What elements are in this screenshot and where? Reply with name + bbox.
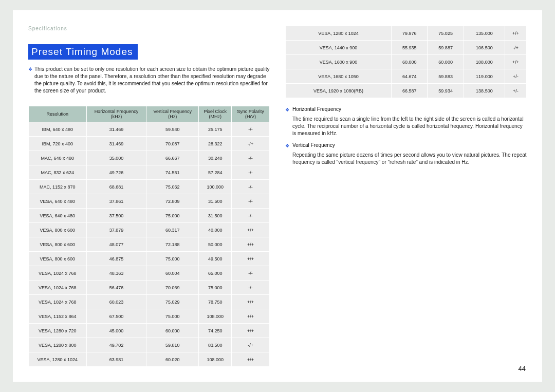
table-cell: +/+ [232,295,269,309]
table-cell: MAC, 1152 x 870 [29,180,86,194]
table-cell: -/- [232,209,269,222]
table-cell: VESA, 800 x 600 [29,223,86,237]
table-cell: 75.000 [146,309,198,323]
timing-table-right: VESA, 1280 x 102479.97675.025135.000+/+V… [285,26,527,98]
table-cell: 35.000 [87,151,146,165]
table-cell: 66.587 [392,84,427,98]
table-cell: 138.500 [464,84,505,98]
table-cell: 60.000 [146,324,198,338]
table-cell: 64.674 [392,69,427,83]
page: Specifications Preset Timing Modes ❖ Thi… [13,10,542,382]
table-cell: VESA, 1440 x 900 [286,41,391,54]
table-cell: 56.476 [87,281,146,294]
table-cell: -/+ [232,338,269,352]
table-cell: 68.681 [87,180,146,194]
table-cell: 74.551 [146,165,198,179]
intro-text: This product can be set to only one reso… [34,66,270,95]
table-cell: 37.500 [87,209,146,222]
table-cell: VESA, 640 x 480 [29,194,86,208]
table-row: VESA, 1440 x 90055.93559.887106.500-/+ [286,41,526,54]
table-cell: 48.363 [87,266,146,280]
table-row: VESA, 1280 x 102463.98160.020108.000+/+ [29,352,269,366]
table-cell: 60.004 [146,266,198,280]
table-cell: 55.935 [392,41,427,54]
table-cell: 50.000 [199,237,231,251]
table-cell: 31.500 [199,194,231,208]
table-cell: 75.029 [146,295,198,309]
table-cell: 60.000 [428,55,463,69]
table-cell: -/- [232,281,269,294]
table-cell: VESA, 1600 x 900 [286,55,391,69]
table-cell: MAC, 640 x 480 [29,151,86,165]
table-cell: VESA, 1280 x 1024 [286,26,391,40]
definition-body: Repeating the same picture dozens of tim… [292,152,527,166]
table-row: VESA, 640 x 48037.50075.00031.500-/- [29,209,269,222]
table-row: VESA, 1152 x 86467.50075.000108.000+/+ [29,309,269,323]
table-cell: 108.000 [199,352,231,366]
table-cell: -/+ [232,137,269,151]
table-cell: 75.062 [146,180,198,194]
table-cell: 40.000 [199,223,231,237]
table-cell: -/- [232,165,269,179]
table-cell: -/+ [505,41,526,54]
table-cell: 59.934 [428,84,463,98]
table-cell: 63.981 [87,352,146,366]
page-number: 44 [519,365,526,372]
table-cell: 49.702 [87,338,146,352]
definition-item: ❖Horizontal FrequencyThe time required t… [285,106,527,137]
table-cell: -/- [232,122,269,136]
bullet-icon: ❖ [28,66,32,73]
table-cell: VESA, 800 x 600 [29,237,86,251]
table-cell: 106.500 [464,41,505,54]
definition-body: The time required to scan a single line … [292,116,527,137]
table-cell: 59.940 [146,122,198,136]
table-cell: +/+ [232,223,269,237]
table-row: VESA, 1680 x 105064.67459.883119.000+/- [286,69,526,83]
table-cell: -/- [232,151,269,165]
table-cell: 66.667 [146,151,198,165]
table-cell: 59.883 [428,69,463,83]
table-cell: +/+ [232,324,269,338]
table-cell: +/+ [232,252,269,266]
table-cell: 72.188 [146,237,198,251]
right-column: VESA, 1280 x 102479.97675.025135.000+/+V… [285,26,527,367]
table-cell: VESA, 1920 x 1080(RB) [286,84,391,98]
table-header-row: Resolution Horizontal Frequency(kHz) Ver… [29,106,269,122]
table-cell: -/- [232,266,269,280]
table-cell: +/+ [232,352,269,366]
table-cell: 59.887 [428,41,463,54]
table-cell: IBM, 720 x 400 [29,137,86,151]
table-row: VESA, 1280 x 80049.70259.81083.500-/+ [29,338,269,352]
table-row: VESA, 800 x 60037.87960.31740.000+/+ [29,223,269,237]
table-cell: +/+ [232,309,269,323]
table-cell: 79.976 [392,26,427,40]
table-cell: 31.500 [199,209,231,222]
table-row: VESA, 800 x 60048.07772.18850.000+/+ [29,237,269,251]
definition-title: Horizontal Frequency [292,106,341,112]
table-cell: +/+ [505,55,526,69]
table-cell: 46.875 [87,252,146,266]
breadcrumb: Specifications [28,26,270,31]
table-cell: 28.322 [199,137,231,151]
table-cell: VESA, 1680 x 1050 [286,69,391,83]
table-cell: 108.000 [464,55,505,69]
table-cell: 78.750 [199,295,231,309]
timing-table-left: Resolution Horizontal Frequency(kHz) Ver… [28,106,270,367]
table-cell: 25.175 [199,122,231,136]
table-row: VESA, 1280 x 102479.97675.025135.000+/+ [286,26,526,40]
table-cell: VESA, 800 x 600 [29,252,86,266]
bullet-icon: ❖ [285,106,290,114]
table-cell: 72.809 [146,194,198,208]
table-cell: 31.469 [87,122,146,136]
table-row: VESA, 640 x 48037.86172.80931.500-/- [29,194,269,208]
table-cell: MAC, 832 x 624 [29,165,86,179]
section-title: Preset Timing Modes [28,44,138,60]
table-row: MAC, 640 x 48035.00066.66730.240-/- [29,151,269,165]
table-cell: 60.317 [146,223,198,237]
table-cell: 67.500 [87,309,146,323]
table-cell: 49.500 [199,252,231,266]
table-row: IBM, 640 x 48031.46959.94025.175-/- [29,122,269,136]
th-vfreq: Vertical Frequency(Hz) [146,106,198,122]
table-cell: +/- [505,84,526,98]
table-cell: 30.240 [199,151,231,165]
